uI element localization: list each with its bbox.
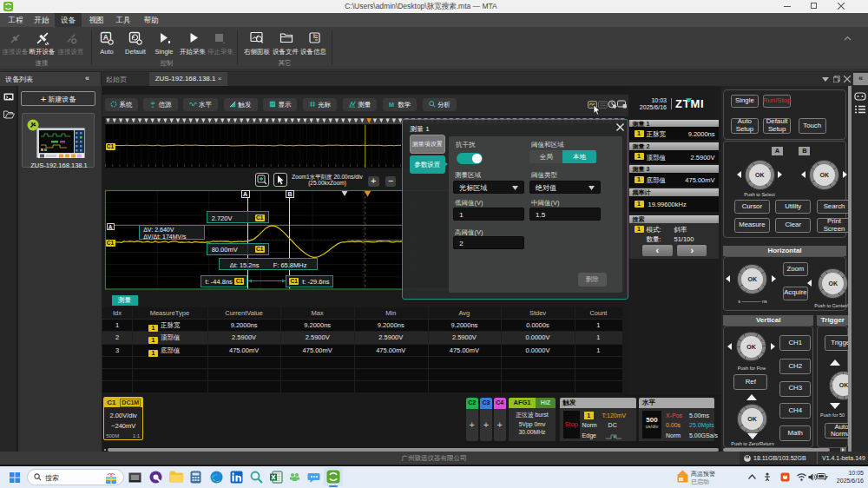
svg-text:YG: YG — [680, 478, 684, 482]
